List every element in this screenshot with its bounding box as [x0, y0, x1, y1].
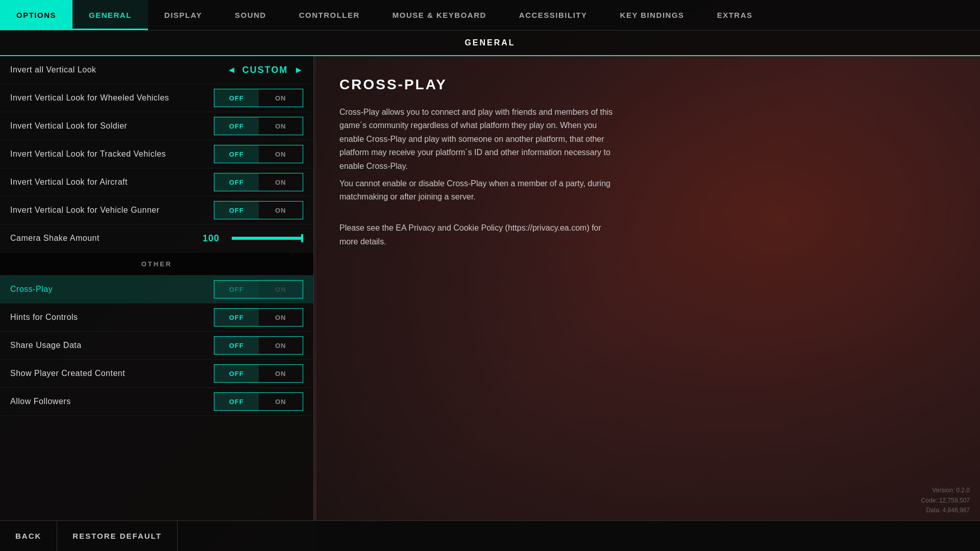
aircraft-toggle[interactable]: OFF ON — [214, 173, 303, 191]
cross-play-row[interactable]: Cross-Play OFF ON — [0, 276, 313, 304]
right-panel: CROSS-PLAY Cross-Play allows you to conn… — [314, 56, 980, 520]
nav-tab-options[interactable]: OPTIONS — [0, 0, 72, 30]
nav-tab-accessibility[interactable]: ACCESSIBILITY — [503, 0, 604, 30]
cross-play-on[interactable]: ON — [259, 281, 303, 298]
left-panel: Invert all Vertical Look ◄ CUSTOM ► Inve… — [0, 56, 314, 520]
sub-header: GENERAL — [0, 31, 980, 56]
vehicle-gunner-label: Invert Vertical Look for Vehicle Gunner — [10, 206, 160, 215]
hints-controls-label: Hints for Controls — [10, 313, 78, 322]
invert-vertical-label: Invert all Vertical Look — [10, 65, 96, 74]
camera-shake-value: 100 — [203, 233, 226, 244]
share-usage-row[interactable]: Share Usage Data OFF ON — [0, 332, 313, 360]
cross-play-label: Cross-Play — [10, 285, 53, 294]
wheeled-vehicles-on[interactable]: ON — [259, 89, 303, 107]
player-content-row[interactable]: Show Player Created Content OFF ON — [0, 360, 313, 388]
vehicle-gunner-on[interactable]: ON — [259, 202, 303, 219]
player-content-label: Show Player Created Content — [10, 369, 125, 378]
nav-tab-key-bindings[interactable]: KEY BINDINGS — [604, 0, 701, 30]
custom-value: CUSTOM — [242, 65, 288, 76]
share-usage-toggle[interactable]: OFF ON — [214, 336, 303, 355]
version-line1: Version: 0.2.0 — [921, 486, 970, 495]
hints-controls-toggle[interactable]: OFF ON — [214, 308, 303, 327]
aircraft-row[interactable]: Invert Vertical Look for Aircraft OFF ON — [0, 168, 313, 196]
tracked-vehicles-on[interactable]: ON — [259, 145, 303, 163]
vehicle-gunner-row[interactable]: Invert Vertical Look for Vehicle Gunner … — [0, 196, 313, 224]
aircraft-label: Invert Vertical Look for Aircraft — [10, 178, 128, 187]
nav-tab-sound[interactable]: SOUND — [218, 0, 283, 30]
share-usage-on[interactable]: ON — [259, 337, 303, 354]
arrow-right[interactable]: ► — [294, 65, 303, 76]
camera-shake-fill — [232, 237, 303, 240]
tracked-vehicles-off[interactable]: OFF — [214, 145, 259, 163]
share-usage-label: Share Usage Data — [10, 341, 82, 350]
sub-header-title: GENERAL — [464, 38, 515, 47]
camera-shake-row[interactable]: Camera Shake Amount 100 — [0, 224, 313, 253]
cross-play-toggle[interactable]: OFF ON — [214, 280, 303, 298]
soldier-toggle[interactable]: OFF ON — [214, 117, 303, 135]
camera-shake-track[interactable] — [232, 237, 303, 240]
back-button[interactable]: BACK — [0, 521, 57, 551]
nav-tab-controller[interactable]: CONTROLLER — [283, 0, 376, 30]
player-content-toggle[interactable]: OFF ON — [214, 364, 303, 383]
wheeled-vehicles-toggle[interactable]: OFF ON — [214, 89, 303, 107]
tracked-vehicles-label: Invert Vertical Look for Tracked Vehicle… — [10, 149, 166, 159]
top-navigation: OPTIONS GENERAL DISPLAY SOUND CONTROLLER… — [0, 0, 980, 31]
player-content-on[interactable]: ON — [259, 365, 303, 382]
detail-title: CROSS-PLAY — [339, 77, 954, 93]
invert-vertical-row[interactable]: Invert all Vertical Look ◄ CUSTOM ► — [0, 56, 313, 84]
nav-tab-mouse-keyboard[interactable]: MOUSE & KEYBOARD — [376, 0, 503, 30]
tracked-vehicles-row[interactable]: Invert Vertical Look for Tracked Vehicle… — [0, 140, 313, 168]
camera-shake-slider-container: 100 — [203, 233, 303, 244]
player-content-off[interactable]: OFF — [214, 365, 259, 382]
camera-shake-thumb — [301, 234, 303, 242]
wheeled-vehicles-row[interactable]: Invert Vertical Look for Wheeled Vehicle… — [0, 84, 313, 112]
nav-tab-general[interactable]: GENERAL — [72, 0, 148, 30]
nav-tab-extras[interactable]: EXTRAS — [701, 0, 769, 30]
soldier-label: Invert Vertical Look for Soldier — [10, 121, 127, 131]
allow-followers-on[interactable]: ON — [259, 393, 303, 410]
allow-followers-label: Allow Followers — [10, 397, 71, 406]
nav-tab-display[interactable]: DISPLAY — [148, 0, 218, 30]
cross-play-off[interactable]: OFF — [214, 281, 259, 298]
other-section-divider: OTHER — [0, 253, 313, 276]
aircraft-off[interactable]: OFF — [214, 173, 259, 191]
version-line2: Code: 12,759,507 — [921, 496, 970, 506]
custom-selector: ◄ CUSTOM ► — [227, 65, 303, 76]
share-usage-off[interactable]: OFF — [214, 337, 259, 354]
arrow-left[interactable]: ◄ — [227, 65, 236, 76]
soldier-row[interactable]: Invert Vertical Look for Soldier OFF ON — [0, 112, 313, 140]
tracked-vehicles-toggle[interactable]: OFF ON — [214, 145, 303, 163]
wheeled-vehicles-label: Invert Vertical Look for Wheeled Vehicle… — [10, 93, 169, 103]
detail-description: Cross-Play allows you to connect and pla… — [339, 106, 620, 248]
vehicle-gunner-off[interactable]: OFF — [214, 202, 259, 219]
aircraft-on[interactable]: ON — [259, 173, 303, 191]
main-layout: Invert all Vertical Look ◄ CUSTOM ► Inve… — [0, 56, 980, 520]
soldier-on[interactable]: ON — [259, 117, 303, 135]
allow-followers-row[interactable]: Allow Followers OFF ON — [0, 388, 313, 416]
hints-controls-row[interactable]: Hints for Controls OFF ON — [0, 304, 313, 332]
allow-followers-toggle[interactable]: OFF ON — [214, 392, 303, 411]
version-line3: Data: 4,848,967 — [921, 506, 970, 515]
hints-controls-on[interactable]: ON — [259, 309, 303, 326]
wheeled-vehicles-off[interactable]: OFF — [214, 89, 259, 107]
soldier-off[interactable]: OFF — [214, 117, 259, 135]
restore-default-button[interactable]: RESTORE DEFAULT — [57, 521, 177, 551]
other-section-label: OTHER — [141, 260, 173, 268]
bottom-bar: BACK RESTORE DEFAULT — [0, 520, 980, 551]
camera-shake-label: Camera Shake Amount — [10, 234, 100, 243]
version-info: Version: 0.2.0 Code: 12,759,507 Data: 4,… — [921, 486, 970, 515]
vehicle-gunner-toggle[interactable]: OFF ON — [214, 201, 303, 219]
hints-controls-off[interactable]: OFF — [214, 309, 259, 326]
allow-followers-off[interactable]: OFF — [214, 393, 259, 410]
